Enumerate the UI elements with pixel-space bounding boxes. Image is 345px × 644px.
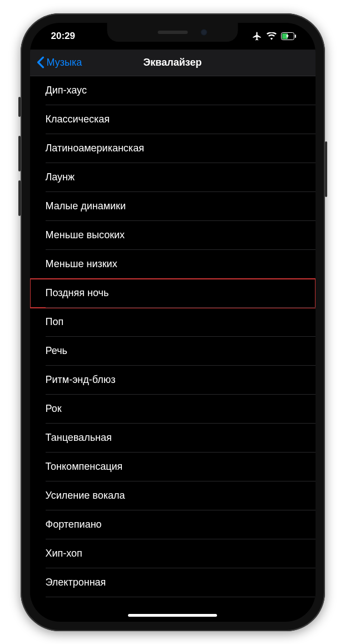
screen: 20:29 Музыка Эквалайзер <box>30 23 316 622</box>
device-frame: 20:29 Музыка Эквалайзер <box>21 13 325 631</box>
eq-preset-list: Дип-хаусКлассическаяЛатиноамериканскаяЛа… <box>30 76 316 597</box>
battery-charging-icon <box>281 32 297 40</box>
mute-switch <box>18 97 21 117</box>
eq-preset-row[interactable]: Танцевальная <box>30 424 316 453</box>
eq-preset-row[interactable]: Тонкомпенсация <box>30 453 316 481</box>
eq-preset-row[interactable]: Меньше низких <box>30 250 316 279</box>
eq-preset-label: Ритм-энд-блюз <box>46 374 116 386</box>
speaker-grille <box>157 31 188 34</box>
front-camera <box>201 29 208 36</box>
svg-rect-2 <box>295 35 296 38</box>
volume-down-button <box>18 180 21 216</box>
eq-preset-label: Хип-хоп <box>46 548 82 559</box>
chevron-left-icon <box>37 56 45 68</box>
nav-bar: Музыка Эквалайзер <box>30 50 316 76</box>
power-button <box>325 141 327 197</box>
volume-up-button <box>18 136 21 171</box>
back-label: Музыка <box>47 57 82 68</box>
eq-preset-label: Танцевальная <box>46 432 112 444</box>
eq-preset-label: Усиление вокала <box>46 490 125 502</box>
airplane-mode-icon <box>252 31 262 41</box>
eq-preset-label: Фортепиано <box>46 519 102 530</box>
status-icons <box>252 31 301 41</box>
notch <box>107 23 238 42</box>
eq-preset-row[interactable]: Речь <box>30 337 316 366</box>
eq-preset-label: Классическая <box>46 114 110 125</box>
eq-preset-row[interactable]: Лаунж <box>30 163 316 192</box>
eq-preset-label: Речь <box>46 345 67 357</box>
home-indicator[interactable] <box>128 614 217 617</box>
eq-preset-row[interactable]: Классическая <box>30 105 316 134</box>
eq-preset-row[interactable]: Дип-хаус <box>30 76 316 105</box>
eq-preset-row[interactable]: Усиление вокала <box>30 481 316 510</box>
eq-preset-label: Электронная <box>46 577 106 588</box>
eq-preset-row[interactable]: Фортепиано <box>30 510 316 539</box>
eq-preset-row[interactable]: Электронная <box>30 568 316 597</box>
eq-preset-row[interactable]: Латиноамериканская <box>30 134 316 163</box>
eq-preset-row[interactable]: Малые динамики <box>30 192 316 221</box>
back-button[interactable]: Музыка <box>30 56 82 68</box>
eq-preset-label: Малые динамики <box>46 200 126 212</box>
eq-preset-label: Латиноамериканская <box>46 142 144 154</box>
eq-preset-label: Рок <box>46 403 62 415</box>
eq-preset-row[interactable]: Меньше высоких <box>30 221 316 250</box>
eq-preset-row[interactable]: Рок <box>30 395 316 424</box>
eq-preset-row[interactable]: Ритм-энд-блюз <box>30 366 316 395</box>
eq-preset-label: Поздняя ночь <box>46 287 109 299</box>
eq-preset-label: Меньше низких <box>46 258 117 270</box>
eq-preset-label: Меньше высоких <box>46 229 125 241</box>
eq-preset-row[interactable]: Хип-хоп <box>30 539 316 568</box>
status-time: 20:29 <box>45 31 75 42</box>
wifi-icon <box>267 32 277 40</box>
eq-preset-label: Дип-хаус <box>46 85 87 96</box>
eq-preset-row[interactable]: Поздняя ночь <box>30 279 316 308</box>
eq-preset-label: Тонкомпенсация <box>46 461 123 473</box>
eq-preset-label: Поп <box>46 316 64 328</box>
eq-preset-label: Лаунж <box>46 171 75 183</box>
eq-preset-row[interactable]: Поп <box>30 308 316 337</box>
